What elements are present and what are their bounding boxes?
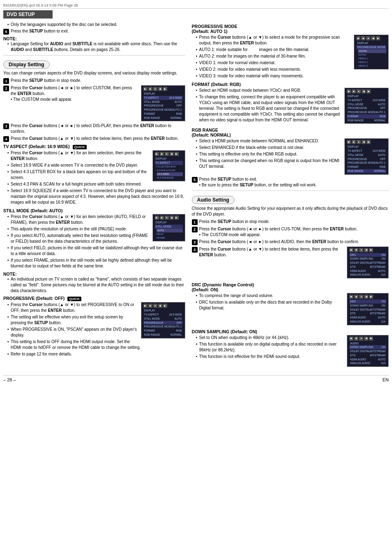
screen-icons-1: ▶ ■ ● ◀ ▶ [143, 87, 183, 91]
still-bullet-4: If you select FIELD, pictures in the sti… [7, 245, 185, 257]
still-bullet-3: If you select AUTO, automatically select… [7, 233, 185, 244]
icon-rec: ● [153, 87, 157, 91]
audio-step3-num: 3 [192, 239, 198, 245]
icon-rec8: ● [359, 248, 363, 252]
pm-bullet-4: VIDEO 1: mode for normal video material. [196, 60, 389, 66]
step5-block: 5 Press the SETUP button to exit.• Be su… [192, 176, 389, 188]
rgb-range-area: ▶ ■ ● ◀ ▶ DISPLAY TV ASPECT16:9 WIDE STI… [192, 138, 389, 176]
audio-step2-num: 2 [192, 227, 198, 232]
audio-step3: 3 Press the Cursor buttons (◄ or ►) to s… [192, 239, 389, 245]
still-mode-bullets: Press the Cursor buttons (▲ or ▼) for an… [3, 214, 185, 269]
audio-analog: ANALOG AUDIO2ch [349, 273, 386, 277]
ds-bullet-2: This function is available only on digit… [196, 341, 389, 353]
step5-text: Press the SETUP button to exit.• Be sure… [199, 176, 389, 188]
menu-format: FORMATRGB [143, 112, 183, 116]
ds-bullet-3: This function is not effective for the H… [196, 354, 389, 360]
still-mode-area: ▶ ■ ● ◀ ▶ DISPLAY STILL MODE AUTO FIELD … [3, 214, 185, 270]
step1-num: 1 [3, 78, 9, 84]
prog-bullet-3: When PROGRESSIVE is ON, "PSCAN" appears … [7, 327, 185, 338]
icon-fwd: ▶ [163, 87, 167, 91]
step1-block: 1 Press the SETUP button in stop mode. [3, 78, 185, 84]
audio-screen-1: ▶ ■ ● ◀ ▶ DRCON DOWN SAMPLINGON DOLBY DI… [347, 246, 389, 279]
audio-step3-text: Press the Cursor buttons (◄ or ►) to sel… [199, 239, 389, 245]
footer-left: – 28 – [3, 377, 16, 382]
format-area: ▶ ■ ● ◀ ▶ DISPLAY TV ASPECT16:9 WIDE STI… [192, 88, 389, 125]
pm-bullet-3: AUTO 2: mode for images on the material … [196, 53, 389, 59]
drc-dts: DTSBITSTREAM [349, 311, 386, 316]
down-sampling-bullets: Set to ON when outputting in 48kHz (or 4… [192, 335, 389, 360]
pm-bullet-5: VIDEO 2: mode for video material with le… [196, 67, 389, 72]
pm-bullet-6: VIDEO 3: mode for video material with ma… [196, 73, 389, 79]
audio-step4-num: 4 [192, 247, 198, 253]
step6-num: 6 [3, 29, 9, 35]
drc-area: ▶ ■ ● ◀ ▶ DRCON DOWN SAMPLINGON DOLBY DI… [192, 293, 389, 327]
audio-dolby: DOLBY DIGITALBITSTREAM [349, 261, 386, 265]
tv-bullet-4: Select 4:3 PAN & SCAN for a full height … [7, 181, 185, 187]
audio-step2-text: Press the Cursor buttons (◄ or ►) to sel… [199, 226, 389, 238]
still-note: NOTE: An individual picture on TV screen… [3, 272, 185, 294]
step4-num: 4 [3, 136, 9, 142]
menu-prog-mode: PROGRESSIVE MODEAUTO 1 [143, 108, 183, 112]
display-setting-title: Display Setting [3, 60, 50, 69]
step3-text: Press the Cursor buttons (◄ or ►) to sel… [11, 123, 185, 135]
tv-bullet-2: Select 16:9 WIDE if a wide-screen TV is … [7, 163, 185, 168]
page-header: E61M5UD(EN).qx3 05.9.14 5:08 PM Page 28 [3, 3, 389, 9]
progressive-bullets: Press the Cursor buttons (▲ or ▼) to set… [3, 302, 185, 357]
display-setting-intro: You can change certain aspects of the DV… [3, 70, 185, 76]
note-block: NOTE: Language Setting for AUDIO and SUB… [3, 36, 185, 53]
step5-num: 5 [192, 177, 198, 183]
prog-bullet-5: Refer to page 12 for more details. [7, 351, 185, 357]
audio-step4-text: Press the Cursor buttons (▲ or ▼) to sel… [199, 246, 344, 258]
step2-num: 2 [3, 86, 9, 91]
pm-bullet-2: AUTO 1: mode suitable for images on the … [196, 47, 389, 53]
rgb-bullet-3: This setting is effective only for the H… [196, 151, 389, 157]
intro-bullets: Only the languages supported by the disc… [3, 22, 185, 28]
step6-block: 6 Press the SETUP button to exit. [3, 28, 185, 35]
drc-bullets: To compress the range of sound volume. D… [192, 293, 389, 311]
menu-prog: PROGRESSIVEOFF [143, 104, 183, 108]
step3-num: 3 [3, 123, 9, 129]
header-left: E61M5UD(EN).qx3 05.9.14 5:08 PM Page 28 [3, 3, 78, 7]
audio-step1-text: Press the SETUP button in stop mode. [199, 219, 389, 225]
drc-analog: ANALOG AUDIO2ch [349, 320, 386, 324]
audio-down: DOWN SAMPLINGON [349, 257, 386, 261]
prog-mode-bullets: Press the Cursor buttons (▲ or ▼) to sel… [192, 35, 389, 79]
intro-bullet-1: Only the languages supported by the disc… [7, 22, 185, 28]
right-column: PROGRESSIVE MODE(Default: AUTO 1) ▶ ■ ● … [192, 22, 389, 369]
still-mode-title: STILL MODE (Default: AUTO) [3, 208, 185, 213]
icon-back8: ◀ [364, 248, 368, 252]
audio-drc: DRCON [349, 253, 386, 257]
page-footer: – 28 – EN [3, 375, 389, 382]
tv-aspect-bullets: Press the Cursor buttons (▲ or ▼) for an… [3, 150, 185, 205]
fmt-bullet-1: Select an HDMI output mode between YCbCr… [196, 88, 389, 93]
step2-text: Press the Cursor buttons (◄ or ►) to sel… [11, 85, 138, 102]
down-sampling-title: DOWN SAMPLING (Default: ON) [192, 329, 389, 334]
still-note-1: An individual picture on TV screen is ca… [7, 276, 185, 294]
tv-aspect-title: TV ASPECT (Default: 16:9 WIDE) QUICK [3, 144, 185, 149]
progressive-area: ▶ ■ ● ◀ ▶ DISPLAY TV ASPECT16:9 WIDE STI… [3, 302, 185, 358]
rgb-bullet-2: Select ENHANCED if the black-white contr… [196, 145, 389, 151]
icon-stop: ■ [148, 87, 152, 91]
still-bullet-1: Press the Cursor buttons (▲ or ▼) for an… [7, 214, 185, 225]
menu-still: STILL MODEAUTO [143, 100, 183, 104]
audio-hdmi: HDMI AUDIOAUTO [349, 269, 386, 273]
menu-display: DISPLAY [143, 92, 183, 96]
rgb-bullet-4: This setting cannot be changed when no R… [196, 158, 389, 169]
still-note-bullets: An individual picture on TV screen is ca… [3, 276, 185, 294]
tv-aspect-area: ▶ ■ ● ◀ ▶ DISPLAY TV ASPECT 4:3 LETTER B… [3, 150, 185, 206]
progressive-title: PROGRESSIVE (Default: OFF) QUICK [3, 296, 185, 301]
display-screen-1: ▶ ■ ● ◀ ▶ DISPLAY TV ASPECT16:9 WIDE STI… [141, 85, 185, 121]
note-bullet-1: Language Setting for AUDIO and SUBTITLE … [7, 41, 185, 53]
rgb-range-bullets: Select a HDMI picture mode between NORMA… [192, 138, 389, 169]
tv-bullet-5: Select 16:9 SQUEEZE if a wide-screen TV … [7, 188, 185, 205]
step1-text: Press the SETUP button in stop mode. [11, 78, 185, 84]
format-bullets: Select an HDMI output mode between YCbCr… [192, 88, 389, 123]
audio-setting-title: Audio Setting [192, 196, 235, 204]
note-bullets: Language Setting for AUDIO and SUBTITLE … [3, 41, 185, 53]
still-bullet-5: If you select FRAME, pictures in the sti… [7, 258, 185, 269]
step2-block: 2 Press the Cursor buttons (◄ or ►) to s… [3, 85, 138, 102]
pm-bullet-1: Press the Cursor buttons (▲ or ▼) to sel… [196, 35, 389, 46]
step6-text: Press the SETUP button to exit. [11, 28, 185, 34]
left-column: Only the languages supported by the disc… [3, 22, 185, 369]
still-bullet-2: This adjusts the resolution of pictures … [7, 226, 185, 232]
